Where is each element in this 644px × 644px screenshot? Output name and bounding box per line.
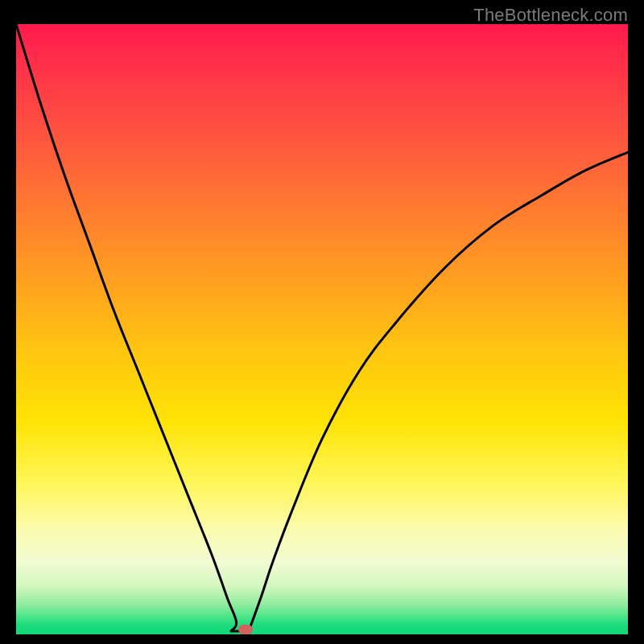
chart-frame (16, 24, 628, 634)
optimum-marker (238, 625, 253, 634)
bottleneck-curve (16, 24, 628, 634)
curve-path (16, 24, 628, 631)
watermark-text: TheBottleneck.com (473, 5, 628, 26)
